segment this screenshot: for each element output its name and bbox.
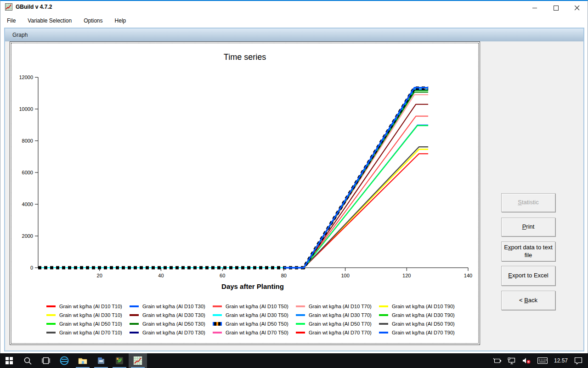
menu-options[interactable]: Options (84, 17, 102, 24)
legend-label: Grain wt kg/ha (AI D10 T50) (226, 304, 288, 309)
chart-box: Time seriesDays after Planting0200040006… (10, 41, 480, 345)
legend-label: Grain wt kg/ha (AI D70 T90) (392, 330, 455, 335)
legend-item: Grain wt kg/ha (AI D30 T90) (379, 310, 462, 319)
file-explorer-icon[interactable] (74, 353, 92, 368)
task-view-icon[interactable] (37, 353, 55, 368)
search-icon[interactable] (18, 353, 37, 368)
legend-label: Grain wt kg/ha (AI D50 T30) (142, 321, 205, 327)
legend-swatch (213, 314, 222, 316)
legend-swatch (296, 332, 305, 334)
statistic-button[interactable]: Statistic (501, 193, 555, 212)
legend-swatch (296, 305, 305, 307)
legend-item: Grain wt kg/ha (AI D50 T70) (296, 319, 379, 328)
menu-bar: File Variable Selection Options Help (0, 15, 588, 27)
svg-text:40: 40 (158, 273, 164, 278)
legend-swatch (296, 314, 305, 316)
legend-label: Grain wt kg/ha (AI D50 T70) (309, 321, 372, 327)
export-excel-button[interactable]: Export to Excel (501, 266, 555, 286)
legend-item: Grain wt kg/ha (AI D30 T70) (296, 310, 379, 319)
taskbar: 12.57 (0, 353, 588, 368)
legend-swatch (130, 305, 139, 307)
legend-item: Grain wt kg/ha (AI D30 T50) (213, 310, 296, 319)
legend-label: Grain wt kg/ha (AI D30 T30) (142, 312, 205, 318)
svg-text:6000: 6000 (22, 170, 33, 175)
pen-battery-icon[interactable] (493, 358, 501, 363)
start-button[interactable] (0, 353, 18, 368)
app-icon (5, 3, 12, 11)
svg-text:Days after Planting: Days after Planting (221, 282, 284, 290)
print-button[interactable]: Print (501, 218, 555, 236)
legend-swatch (213, 305, 222, 307)
legend-item: Grain wt kg/ha (AI D10 T70) (296, 302, 379, 310)
legend-item: Grain wt kg/ha (AI D10 T30) (130, 302, 213, 310)
legend-item: Grain wt kg/ha (AI D30 T10) (46, 310, 130, 319)
menu-help[interactable]: Help (115, 17, 126, 24)
svg-text:20: 20 (97, 273, 102, 278)
legend-label: Grain wt kg/ha (AI D30 T50) (226, 312, 288, 318)
legend-label: Grain wt kg/ha (AI D10 T30) (142, 304, 205, 309)
network-display-icon[interactable] (508, 357, 516, 364)
minimize-button[interactable] (524, 1, 545, 15)
legend-label: Grain wt kg/ha (AI D70 T10) (59, 330, 122, 335)
legend-label: Grain wt kg/ha (AI D30 T70) (309, 312, 372, 318)
legend-label: Grain wt kg/ha (AI D30 T10) (59, 312, 122, 318)
svg-text:Time series: Time series (224, 52, 266, 62)
svg-text:8000: 8000 (22, 138, 33, 144)
svg-text:0: 0 (30, 265, 33, 270)
legend-item: Grain wt kg/ha (AI D70 T10) (46, 328, 130, 337)
graph-panel: Graph Time seriesDays after Planting0200… (4, 28, 584, 351)
legend-label: Grain wt kg/ha (AI D70 T30) (142, 330, 205, 335)
menu-variable-selection[interactable]: Variable Selection (28, 17, 72, 24)
legend-swatch (213, 322, 222, 326)
internet-explorer-icon[interactable] (55, 353, 74, 368)
legend-label: Grain wt kg/ha (AI D50 T10) (59, 321, 122, 327)
maximize-button[interactable] (545, 1, 566, 15)
title-bar: GBuild v 4.7.2 (0, 1, 588, 15)
legend-item: Grain wt kg/ha (AI D70 T50) (213, 328, 296, 337)
legend-label: Grain wt kg/ha (AI D50 T50) (226, 321, 288, 327)
notification-icon[interactable] (574, 357, 582, 364)
legend-label: Grain wt kg/ha (AI D70 T50) (226, 330, 288, 335)
close-button[interactable] (566, 1, 588, 15)
chart-area: Time seriesDays after Planting0200040006… (11, 43, 479, 344)
svg-text:120: 120 (402, 273, 411, 278)
svg-text:140: 140 (464, 273, 472, 278)
legend-item: Grain wt kg/ha (AI D10 T10) (46, 302, 130, 310)
legend-swatch (46, 332, 56, 334)
legend-swatch (130, 314, 139, 316)
legend-item: Grain wt kg/ha (AI D50 T10) (46, 319, 130, 328)
app-leaf-icon[interactable] (110, 353, 129, 368)
back-button[interactable]: < Back (501, 291, 555, 310)
legend-label: Grain wt kg/ha (AI D50 T90) (392, 321, 455, 327)
volume-muted-icon[interactable] (522, 357, 531, 364)
svg-text:100: 100 (341, 273, 349, 278)
legend-label: Grain wt kg/ha (AI D30 T90) (392, 312, 455, 318)
legend-swatch (379, 305, 388, 307)
clock[interactable]: 12.57 (554, 357, 568, 364)
keyboard-icon[interactable] (537, 357, 548, 364)
app-box-icon[interactable] (92, 353, 110, 368)
export-text-button[interactable]: Export data to text file (501, 242, 555, 261)
time-series-chart: Time seriesDays after Planting0200040006… (11, 43, 479, 299)
legend-item: Grain wt kg/ha (AI D70 T30) (130, 328, 213, 337)
legend-item: Grain wt kg/ha (AI D10 T50) (213, 302, 296, 310)
svg-text:4000: 4000 (22, 201, 33, 207)
legend-label: Grain wt kg/ha (AI D10 T70) (309, 304, 372, 309)
chart-legend: Grain wt kg/ha (AI D10 T10)Grain wt kg/h… (46, 302, 462, 337)
legend-item: Grain wt kg/ha (AI D10 T90) (379, 302, 462, 310)
menu-file[interactable]: File (7, 17, 16, 24)
legend-swatch (46, 305, 56, 307)
legend-item: Grain wt kg/ha (AI D70 T90) (379, 328, 462, 337)
legend-swatch (46, 314, 56, 316)
legend-item: Grain wt kg/ha (AI D50 T50) (213, 319, 296, 328)
legend-swatch (130, 332, 139, 334)
legend-swatch (379, 323, 388, 325)
gbuild-taskbar-icon[interactable] (129, 353, 147, 368)
legend-swatch (296, 323, 305, 325)
legend-swatch (213, 332, 222, 334)
legend-item: Grain wt kg/ha (AI D30 T30) (130, 310, 213, 319)
legend-item: Grain wt kg/ha (AI D50 T90) (379, 319, 462, 328)
svg-text:80: 80 (281, 273, 287, 278)
svg-text:2000: 2000 (22, 233, 33, 239)
window-title: GBuild v 4.7.2 (16, 4, 52, 10)
